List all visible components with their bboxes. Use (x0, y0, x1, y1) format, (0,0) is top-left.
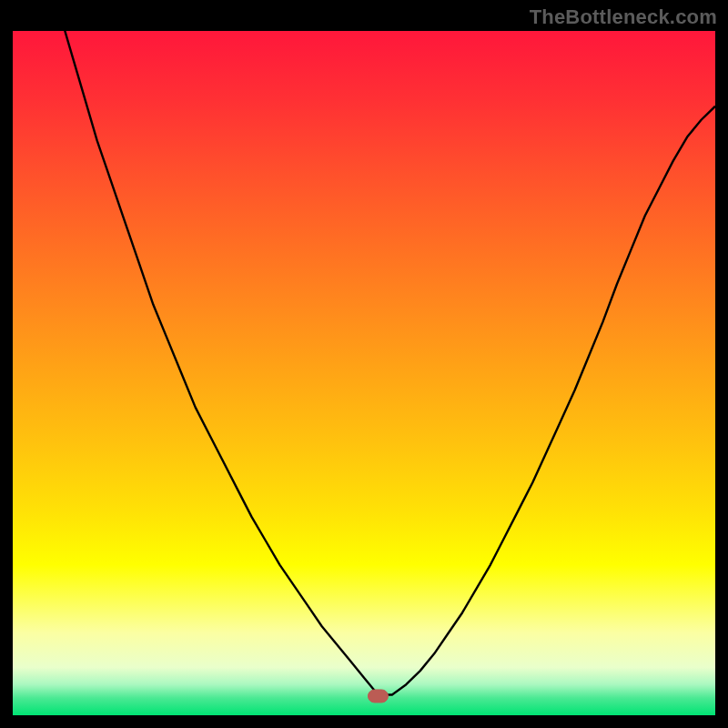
watermark-text: TheBottleneck.com (530, 5, 717, 29)
optimum-marker (368, 690, 388, 703)
plot-background (13, 31, 715, 715)
chart-frame: TheBottleneck.com (0, 0, 728, 728)
bottleneck-chart (0, 0, 728, 728)
